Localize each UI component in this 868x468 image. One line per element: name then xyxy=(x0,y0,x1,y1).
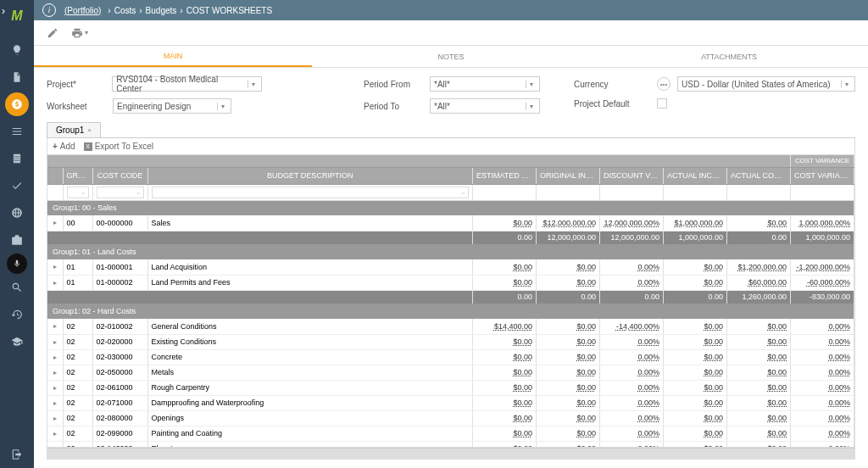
table-row[interactable]: ▸0000-000000Sales$0.00$12,000,000.0012,0… xyxy=(47,215,854,231)
group-header[interactable]: Group1: 01 - Land Costs xyxy=(47,244,854,259)
filter-panel: Project* RVS0104 - Boston Medical Center… xyxy=(34,68,868,122)
sidebar-docs[interactable] xyxy=(0,64,34,91)
close-icon[interactable]: × xyxy=(87,126,92,134)
expand-icon[interactable]: ▸ xyxy=(47,426,63,441)
group-header[interactable]: Group1: 02 - Hard Costs xyxy=(47,304,854,319)
info-icon[interactable]: i xyxy=(42,3,56,17)
grid-tab-group1[interactable]: Group1× xyxy=(47,122,101,137)
col-expand[interactable] xyxy=(47,167,63,184)
group-header[interactable]: Group1: 00 - Sales xyxy=(47,200,854,215)
expand-icon[interactable]: ▸ xyxy=(47,334,63,349)
currency-options-icon[interactable]: ••• xyxy=(657,77,670,91)
expand-icon[interactable]: ▸ xyxy=(47,215,63,231)
expand-icon[interactable]: ▸ xyxy=(47,395,63,410)
sidebar-briefcase[interactable] xyxy=(0,226,34,254)
table-row[interactable]: ▸0202-099000Painting and Coating$0.00$0.… xyxy=(47,426,854,441)
expand-icon[interactable]: ▸ xyxy=(47,319,63,334)
sidebar-search[interactable] xyxy=(0,274,34,301)
sidebar-costs[interactable] xyxy=(5,92,29,116)
data-grid[interactable]: COST VARIANCE GROUP COST CODE BUDGET DES… xyxy=(47,155,855,448)
worksheet-select[interactable]: Engineering Design▾ xyxy=(113,98,231,114)
col-actual-costs[interactable]: ACTUAL COSTS xyxy=(726,167,790,184)
table-row[interactable]: ▸0202-030000Concrete$0.00$0.000.00%$0.00… xyxy=(47,349,854,365)
crumb-costs[interactable]: Costs xyxy=(114,6,136,15)
filter-group[interactable]: ⌄ xyxy=(67,187,89,198)
table-row[interactable]: ▸0202-061000Rough Carpentry$0.00$0.000.0… xyxy=(47,380,854,395)
expand-icon[interactable]: ▸ xyxy=(47,380,63,395)
col-cost-code[interactable]: COST CODE xyxy=(92,167,147,184)
sidebar-check[interactable] xyxy=(0,172,34,199)
sidebar-education[interactable] xyxy=(0,328,34,355)
filter-code[interactable]: ⌄ xyxy=(97,187,144,198)
col-original-income[interactable]: ORIGINAL INCOME xyxy=(536,167,599,184)
table-row[interactable]: ▸0202-142000Elevators$0.00$0.000.00%$0.0… xyxy=(47,441,854,448)
horizontal-scrollbar[interactable] xyxy=(47,448,855,460)
tab-main[interactable]: MAIN xyxy=(34,46,312,67)
col-estimated[interactable]: ESTIMATED COST xyxy=(472,167,536,184)
page-tabs: MAIN NOTES ATTACHMENTS xyxy=(34,46,868,68)
table-row[interactable]: ▸0202-071000Dampproofing and Waterproofi… xyxy=(47,395,854,410)
expand-icon[interactable]: ▸ xyxy=(47,349,63,365)
add-button[interactable]: +Add xyxy=(53,142,75,151)
sidebar-history[interactable] xyxy=(0,301,34,328)
table-row[interactable]: ▸0101-000001Land Acquisition$0.00$0.000.… xyxy=(47,259,854,275)
table-row[interactable]: ▸0101-000002Land Permits and Fees$0.00$0… xyxy=(47,275,854,290)
col-description[interactable]: BUDGET DESCRIPTION xyxy=(147,167,472,184)
project-default-label: Project Default xyxy=(574,99,650,109)
tab-notes[interactable]: NOTES xyxy=(312,46,590,67)
table-row[interactable]: ▸0202-050000Metals$0.00$0.000.00%$0.00$0… xyxy=(47,365,854,380)
expand-icon[interactable]: ▸ xyxy=(47,365,63,380)
expand-icon[interactable]: ▸ xyxy=(47,275,63,290)
tab-attachments[interactable]: ATTACHMENTS xyxy=(590,46,868,67)
sidebar-globe[interactable] xyxy=(0,199,34,226)
crumb-worksheets: COST WORKSHEETS xyxy=(186,6,273,15)
app-logo[interactable]: M xyxy=(5,4,29,28)
project-select[interactable]: RVS0104 - Boston Medical Center▾ xyxy=(112,76,262,92)
export-excel-button[interactable]: XExport To Excel xyxy=(84,142,153,151)
group-summary: 0.0012,000,000.0012,000,000.001,000,000.… xyxy=(47,231,854,244)
sidebar-ideas[interactable] xyxy=(0,36,34,64)
col-discount-var[interactable]: DISCOUNT VARIANCE xyxy=(599,167,663,184)
sidebar-mic[interactable] xyxy=(7,254,27,274)
expand-icon[interactable]: ▸ xyxy=(47,259,63,275)
period-from-label: Period From xyxy=(364,80,423,89)
currency-label: Currency xyxy=(574,80,650,89)
table-row[interactable]: ▸0202-080000Openings$0.00$0.000.00%$0.00… xyxy=(47,410,854,426)
table-row[interactable]: ▸0202-010002General Conditions$14,400.00… xyxy=(47,319,854,334)
currency-select[interactable]: USD - Dollar (United States of America)▾ xyxy=(677,76,855,92)
sidebar-building[interactable] xyxy=(0,145,34,172)
toolbar: ▾ xyxy=(34,20,868,46)
sidebar-list[interactable] xyxy=(0,118,34,145)
edit-button[interactable] xyxy=(47,27,58,39)
print-button[interactable]: ▾ xyxy=(71,27,88,39)
period-to-label: Period To xyxy=(364,102,423,111)
table-row[interactable]: ▸0202-020000Existing Conditions$0.00$0.0… xyxy=(47,334,854,349)
crumb-portfolio[interactable]: (Portfolio) xyxy=(64,6,101,15)
breadcrumb-bar: i (Portfolio) › Costs › Budgets › COST W… xyxy=(34,0,868,20)
project-label: Project* xyxy=(47,80,105,89)
col-group[interactable]: GROUP xyxy=(63,167,92,184)
col-cost-variance[interactable]: COST VARIANCE xyxy=(791,167,854,184)
expand-icon[interactable]: ▸ xyxy=(47,441,63,448)
filter-desc[interactable]: ⌄ xyxy=(152,187,469,198)
collapse-chevron-icon[interactable]: › xyxy=(2,5,5,17)
worksheet-label: Worksheet xyxy=(47,102,106,111)
project-default-checkbox[interactable] xyxy=(657,98,667,109)
col-cost-variance-header: COST VARIANCE xyxy=(791,155,854,167)
sidebar-logout[interactable] xyxy=(0,441,34,468)
crumb-budgets[interactable]: Budgets xyxy=(146,6,177,15)
period-from-select[interactable]: *All*▾ xyxy=(430,76,540,92)
sidebar: M xyxy=(0,0,34,468)
period-to-select[interactable]: *All*▾ xyxy=(430,98,540,114)
expand-icon[interactable]: ▸ xyxy=(47,410,63,426)
col-actual-income[interactable]: ACTUAL INCOME xyxy=(663,167,726,184)
group-summary: 0.000.000.000.001,260,000.00-830,000.00 xyxy=(47,290,854,304)
